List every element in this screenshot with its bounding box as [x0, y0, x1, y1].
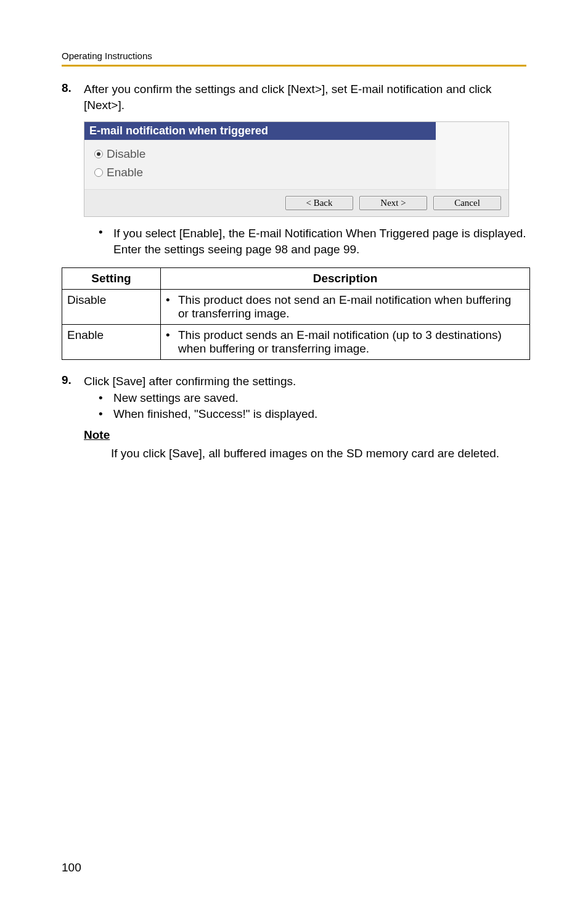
panel-title: E-mail notification when triggered — [84, 122, 436, 140]
next-button[interactable]: Next > — [359, 196, 427, 210]
step-9-number: 9. — [62, 373, 84, 389]
note-heading: Note — [84, 428, 526, 442]
table-cell-setting: Enable — [62, 324, 161, 359]
table-row: Enable • This product sends an E-mail no… — [62, 324, 530, 359]
table-row2-desc: This product sends an E-mail notificatio… — [178, 328, 525, 356]
panel-button-row: < Back Next > Cancel — [84, 190, 508, 216]
step-8-number: 8. — [62, 81, 84, 113]
table-cell-description: • This product sends an E-mail notificat… — [161, 324, 530, 359]
bullet-icon: • — [166, 328, 178, 356]
radio-group: Disable Enable — [84, 140, 436, 189]
step-8-text: After you confirm the settings and click… — [84, 81, 526, 113]
bullet-icon: • — [99, 391, 113, 405]
settings-table: Setting Description Disable • This produ… — [62, 267, 530, 360]
bullet-icon: • — [99, 226, 113, 257]
radio-disable-label: Disable — [107, 147, 145, 161]
step-8-sub-bullet: If you select [Enable], the E-mail Notif… — [113, 226, 526, 257]
note-body: If you click [Save], all buffered images… — [111, 446, 526, 462]
table-row: Disable • This product does not send an … — [62, 289, 530, 324]
step-9-bullet-1: New settings are saved. — [113, 391, 239, 405]
step-9-bullet-2: When finished, "Success!" is displayed. — [113, 407, 317, 421]
radio-enable[interactable]: Enable — [94, 163, 426, 182]
page-number: 100 — [62, 861, 81, 874]
table-cell-setting: Disable — [62, 289, 161, 324]
cancel-button[interactable]: Cancel — [433, 196, 501, 210]
bullet-icon: • — [99, 407, 113, 421]
running-header: Operating Instructions — [62, 51, 526, 61]
radio-enable-label: Enable — [107, 166, 143, 179]
back-button[interactable]: < Back — [285, 196, 353, 210]
bullet-icon: • — [166, 293, 178, 320]
table-header-description: Description — [161, 267, 530, 289]
step-9-text: Click [Save] after confirming the settin… — [84, 373, 296, 389]
table-row1-desc: This product does not send an E-mail not… — [178, 293, 525, 320]
radio-disable[interactable]: Disable — [94, 145, 426, 163]
email-notification-panel: E-mail notification when triggered Disab… — [84, 121, 509, 217]
table-header-setting: Setting — [62, 267, 161, 289]
radio-selected-icon — [94, 150, 103, 158]
table-cell-description: • This product does not send an E-mail n… — [161, 289, 530, 324]
radio-unselected-icon — [94, 168, 103, 177]
